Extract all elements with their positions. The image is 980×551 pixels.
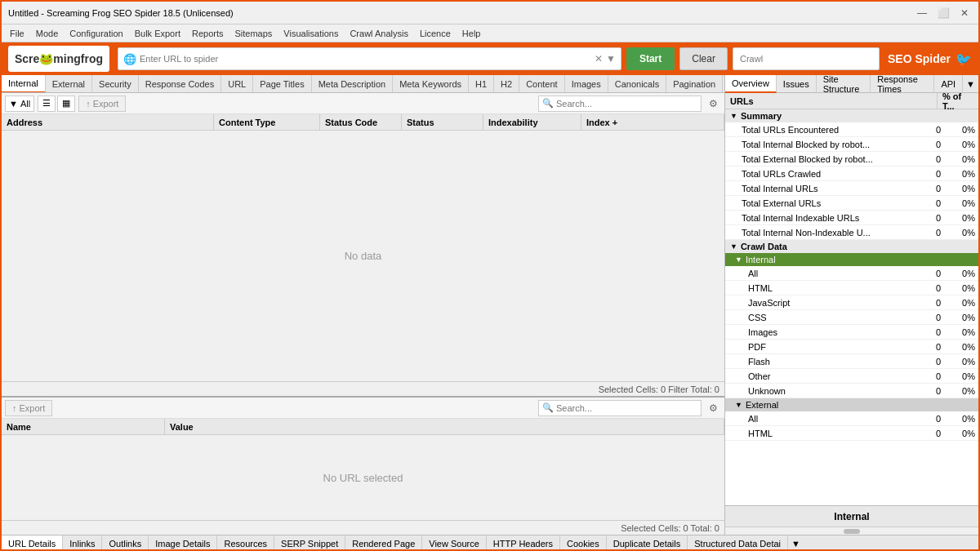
right-row[interactable]: Unknown00% bbox=[725, 384, 978, 398]
bottom-tab-url-details[interactable]: URL Details bbox=[2, 535, 63, 551]
right-row[interactable]: Total Internal Indexable URLs00% bbox=[725, 211, 978, 225]
logo: Scre🐸mingfrog bbox=[8, 46, 109, 72]
bottom-tab-cookies[interactable]: Cookies bbox=[560, 535, 607, 551]
right-tabs-more-button[interactable]: ▼ bbox=[963, 78, 978, 91]
right-tab-overview[interactable]: Overview bbox=[725, 75, 777, 93]
bottom-tab-image-details[interactable]: Image Details bbox=[149, 535, 217, 551]
bottom-tab-view-source[interactable]: View Source bbox=[422, 535, 487, 551]
column-headers: Address Content Type Status Code Status … bbox=[2, 114, 724, 131]
bottom-filter-row: ↑ Export 🔍 ⚙ bbox=[2, 398, 724, 419]
tab-directives[interactable]: Directives bbox=[723, 75, 724, 93]
bottom-tab-structured-data-detai[interactable]: Structured Data Detai bbox=[688, 535, 788, 551]
right-tab-issues[interactable]: Issues bbox=[777, 75, 817, 93]
menu-item-configuration[interactable]: Configuration bbox=[65, 27, 127, 40]
menu-item-file[interactable]: File bbox=[5, 27, 29, 40]
search-input[interactable] bbox=[556, 99, 697, 109]
right-tab-site-structure[interactable]: Site Structure bbox=[817, 75, 871, 93]
bottom-tab-duplicate-details[interactable]: Duplicate Details bbox=[607, 535, 688, 551]
start-button[interactable]: Start bbox=[626, 47, 675, 70]
tab-content[interactable]: Content bbox=[519, 75, 565, 93]
right-row[interactable]: All00% bbox=[725, 266, 978, 281]
bottom-filter-adjust-button[interactable]: ⚙ bbox=[705, 400, 721, 416]
section-crawl-data[interactable]: ▼Crawl Data bbox=[725, 240, 978, 253]
bottom-tabs-more-button[interactable]: ▼ bbox=[788, 537, 804, 550]
bottom-tab-rendered-page[interactable]: Rendered Page bbox=[345, 535, 422, 551]
bottom-search-box[interactable]: 🔍 bbox=[538, 400, 702, 416]
filter-dropdown[interactable]: ▼ All bbox=[5, 96, 34, 112]
tab-internal[interactable]: Internal bbox=[2, 75, 46, 93]
tab-meta-keywords[interactable]: Meta Keywords bbox=[393, 75, 469, 93]
tab-canonicals[interactable]: Canonicals bbox=[608, 75, 666, 93]
right-scrollbar bbox=[725, 527, 978, 535]
export-icon: ↑ bbox=[86, 99, 91, 109]
right-row[interactable]: Total External Blocked by robot...00% bbox=[725, 152, 978, 167]
filter-adjust-button[interactable]: ⚙ bbox=[705, 96, 721, 112]
data-area: No data bbox=[2, 131, 724, 381]
bottom-export-button[interactable]: ↑ Export bbox=[5, 400, 52, 416]
menu-item-licence[interactable]: Licence bbox=[415, 27, 456, 40]
url-input[interactable] bbox=[140, 54, 591, 64]
bottom-tab-http-headers[interactable]: HTTP Headers bbox=[487, 535, 560, 551]
right-row[interactable]: Flash00% bbox=[725, 354, 978, 369]
url-clear-icon[interactable]: ✕ bbox=[595, 53, 603, 64]
maximize-button[interactable]: ⬜ bbox=[936, 6, 951, 20]
bottom-tab-outlinks[interactable]: Outlinks bbox=[102, 535, 149, 551]
subsection-external[interactable]: ▼External bbox=[725, 398, 978, 411]
right-row[interactable]: HTML00% bbox=[725, 281, 978, 295]
right-row[interactable]: JavaScript00% bbox=[725, 295, 978, 310]
menu-item-help[interactable]: Help bbox=[457, 27, 486, 40]
url-dropdown-icon[interactable]: ▼ bbox=[606, 53, 616, 64]
right-row[interactable]: Total External URLs00% bbox=[725, 196, 978, 211]
right-row[interactable]: HTML00% bbox=[725, 426, 978, 441]
menu-item-sitemaps[interactable]: Sitemaps bbox=[229, 27, 277, 40]
tab-url[interactable]: URL bbox=[221, 75, 253, 93]
tab-security[interactable]: Security bbox=[92, 75, 139, 93]
right-data: ▼SummaryTotal URLs Encountered00%Total I… bbox=[725, 109, 978, 505]
search-box[interactable]: 🔍 bbox=[538, 96, 702, 112]
tab-h2[interactable]: H2 bbox=[494, 75, 519, 93]
menu-item-bulk-export[interactable]: Bulk Export bbox=[130, 27, 185, 40]
right-row[interactable]: CSS00% bbox=[725, 310, 978, 325]
right-bottom-label: Internal bbox=[725, 505, 978, 527]
crawl-input-container[interactable] bbox=[733, 47, 880, 70]
menu-item-mode[interactable]: Mode bbox=[31, 27, 64, 40]
bottom-tab-bar: URL DetailsInlinksOutlinksImage DetailsR… bbox=[2, 535, 978, 551]
right-row[interactable]: Total Internal Non-Indexable U...00% bbox=[725, 225, 978, 240]
tab-external[interactable]: External bbox=[46, 75, 92, 93]
list-view-button[interactable]: ☰ bbox=[38, 96, 56, 112]
right-row[interactable]: Total Internal Blocked by robot...00% bbox=[725, 137, 978, 152]
right-row[interactable]: Total Internal URLs00% bbox=[725, 181, 978, 196]
right-row[interactable]: Total URLs Crawled00% bbox=[725, 167, 978, 181]
tab-page-titles[interactable]: Page Titles bbox=[253, 75, 311, 93]
right-tab-response-times[interactable]: Response Times bbox=[871, 75, 934, 93]
right-tab-api[interactable]: API bbox=[934, 75, 963, 93]
menu-item-reports[interactable]: Reports bbox=[187, 27, 229, 40]
right-row[interactable]: PDF00% bbox=[725, 340, 978, 354]
export-button[interactable]: ↑ Export bbox=[78, 96, 126, 112]
bottom-search-input[interactable] bbox=[556, 403, 697, 413]
tab-pagination[interactable]: Pagination bbox=[666, 75, 723, 93]
right-row[interactable]: Other00% bbox=[725, 369, 978, 384]
minimize-button[interactable]: — bbox=[915, 6, 929, 20]
bottom-tab-resources[interactable]: Resources bbox=[217, 535, 274, 551]
bottom-tab-inlinks[interactable]: Inlinks bbox=[63, 535, 102, 551]
right-row[interactable]: All00% bbox=[725, 411, 978, 426]
subsection-internal[interactable]: ▼Internal bbox=[725, 253, 978, 266]
menu-item-visualisations[interactable]: Visualisations bbox=[278, 27, 343, 40]
bottom-tab-serp-snippet[interactable]: SERP Snippet bbox=[274, 535, 345, 551]
bottom-status-bar: Selected Cells: 0 Total: 0 bbox=[2, 520, 724, 535]
tab-images[interactable]: Images bbox=[565, 75, 608, 93]
tab-h1[interactable]: H1 bbox=[469, 75, 494, 93]
grid-view-button[interactable]: ▦ bbox=[57, 96, 75, 112]
right-row[interactable]: Total URLs Encountered00% bbox=[725, 122, 978, 137]
close-button[interactable]: ✕ bbox=[957, 6, 972, 20]
menu-item-crawl-analysis[interactable]: Crawl Analysis bbox=[345, 27, 413, 40]
clear-button[interactable]: Clear bbox=[679, 47, 728, 70]
right-row[interactable]: Images00% bbox=[725, 325, 978, 340]
url-input-container[interactable]: 🌐 ✕ ▼ bbox=[118, 47, 621, 70]
crawl-input[interactable] bbox=[740, 54, 872, 64]
main-content: InternalExternalSecurityResponse CodesUR… bbox=[2, 75, 978, 535]
tab-meta-description[interactable]: Meta Description bbox=[312, 75, 394, 93]
tab-response-codes[interactable]: Response Codes bbox=[139, 75, 221, 93]
section-summary[interactable]: ▼Summary bbox=[725, 109, 978, 122]
